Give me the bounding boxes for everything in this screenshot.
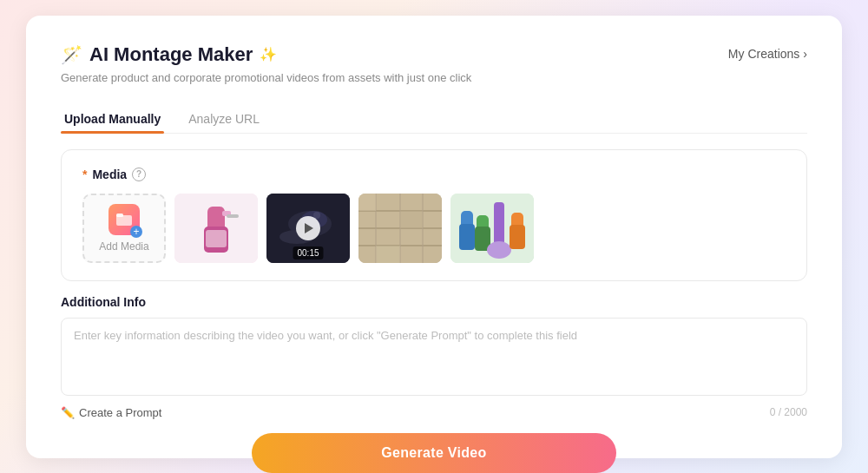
my-creations-link[interactable]: My Creations › [728,47,807,61]
svg-point-29 [487,241,511,259]
sparkle-icon: ✨ [260,46,277,62]
tab-analyze-url[interactable]: Analyze URL [185,105,263,133]
my-creations-label: My Creations [728,47,799,61]
required-star: * [82,168,87,181]
cleaning-image [450,194,534,263]
add-media-button[interactable]: Add Media [82,194,166,263]
prompt-pen-icon: ✏️ [61,406,75,419]
svg-rect-7 [206,230,227,247]
content-card: * Media ? Add Media [61,149,807,281]
tabs-container: Upload Manually Analyze URL [61,105,807,134]
additional-info-label: Additional Info [61,295,807,309]
media-label: * Media ? [82,168,786,181]
svg-rect-20 [358,194,376,211]
tab-upload-manually[interactable]: Upload Manually [61,105,164,133]
svg-rect-1 [116,214,123,217]
additional-info-textarea[interactable] [61,318,807,396]
svg-rect-6 [227,214,239,218]
title-text: AI Montage Maker [89,43,253,66]
video-duration-badge: 00:15 [293,246,323,259]
play-triangle-icon [305,223,313,233]
info-icon[interactable]: ? [132,168,146,181]
media-thumb-3[interactable] [358,194,442,263]
svg-rect-22 [376,246,400,263]
char-count: 0 / 2000 [770,406,807,418]
svg-rect-21 [400,211,423,228]
generate-video-label: Generate Video [381,445,486,460]
media-grid: Add Media [82,194,786,263]
svg-rect-25 [459,224,475,250]
pencil-icon: 🪄 [61,44,82,65]
app-title: 🪄 AI Montage Maker ✨ [61,43,471,66]
play-circle [296,216,320,240]
media-thumb-2[interactable]: 00:15 [266,194,350,263]
stone-image [358,194,442,263]
app-subtitle: Generate product and corporate promotion… [61,71,471,84]
bottle-image [174,194,258,263]
chevron-right-icon: › [803,47,807,61]
prompt-row: ✏️ Create a Prompt 0 / 2000 [61,406,807,419]
additional-info-section: Additional Info ✏️ Create a Prompt 0 / 2… [61,295,807,419]
add-media-label: Add Media [99,240,148,253]
add-media-icon [108,204,140,235]
create-prompt-button[interactable]: ✏️ Create a Prompt [61,406,161,419]
media-thumb-4[interactable] [450,194,534,263]
svg-rect-31 [510,225,525,249]
media-thumb-1[interactable] [174,194,258,263]
app-container: 🪄 AI Montage Maker ✨ Generate product an… [26,16,842,458]
media-label-text: Media [92,168,127,181]
header-left: 🪄 AI Montage Maker ✨ Generate product an… [61,43,471,84]
create-prompt-label: Create a Prompt [79,406,161,419]
generate-btn-wrapper: Generate Video [61,433,807,473]
generate-video-button[interactable]: Generate Video [252,433,616,473]
folder-icon [115,211,133,228]
header: 🪄 AI Montage Maker ✨ Generate product an… [61,43,807,84]
